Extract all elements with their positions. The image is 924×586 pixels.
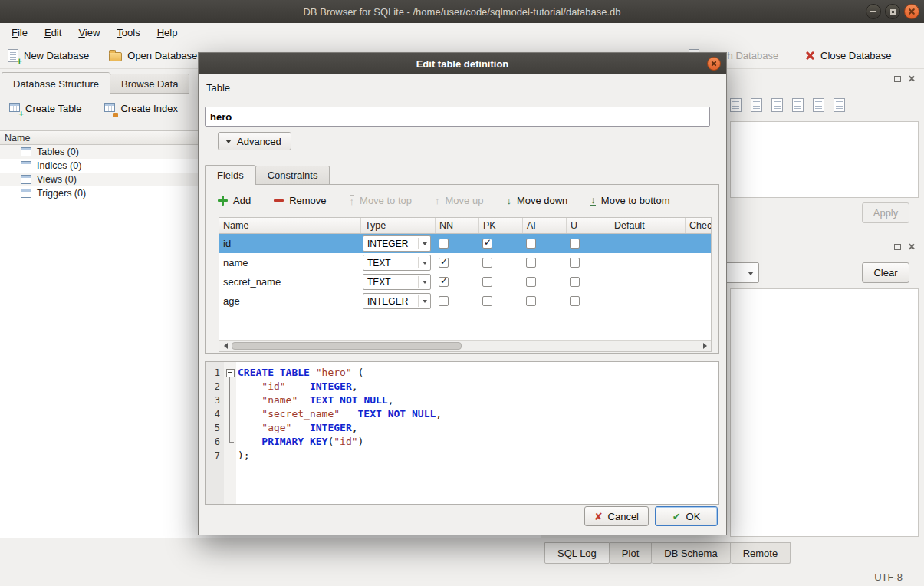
window-titlebar[interactable]: DB Browser for SQLite - /home/user/code/…: [0, 0, 924, 23]
column-header-name[interactable]: Name: [219, 218, 361, 233]
move-to-bottom-button[interactable]: Move to bottom: [590, 195, 669, 206]
type-combobox[interactable]: TEXT: [363, 255, 431, 271]
tab-database-structure[interactable]: Database Structure: [2, 72, 110, 94]
field-default-cell: [610, 272, 686, 291]
tree-item-label: Tables (0): [37, 146, 79, 157]
nn-checkbox[interactable]: [439, 258, 449, 268]
nn-checkbox[interactable]: [439, 239, 449, 249]
field-u-cell: [567, 272, 610, 291]
u-checkbox[interactable]: [570, 296, 580, 306]
column-header-type[interactable]: Type: [361, 218, 436, 233]
move-down-button[interactable]: Move down: [506, 195, 567, 206]
pk-checkbox[interactable]: [482, 239, 492, 249]
remove-button[interactable]: Remove: [274, 195, 326, 206]
dialog-close-button[interactable]: [707, 57, 721, 71]
fold-marker-icon[interactable]: [224, 366, 236, 380]
close-database-label: Close Database: [820, 50, 892, 61]
ai-checkbox[interactable]: [526, 258, 536, 268]
dialog-tab-constraints[interactable]: Constraints: [255, 166, 330, 185]
ai-checkbox[interactable]: [526, 239, 536, 249]
float-dock-icon[interactable]: [894, 244, 901, 250]
type-combobox[interactable]: INTEGER: [363, 293, 431, 309]
cell-editor-icon[interactable]: [813, 98, 824, 112]
field-ai-cell: [523, 291, 567, 311]
clear-button[interactable]: Clear: [862, 262, 909, 283]
create-index-button[interactable]: Create Index: [100, 100, 182, 117]
sql-line: 3 "name" TEXT NOT NULL,: [206, 393, 718, 407]
sql-token: INTEGER: [310, 422, 352, 433]
dialog-title: Edit table definition: [416, 58, 509, 70]
menu-item-edit[interactable]: Edit: [36, 23, 70, 43]
new-database-button[interactable]: New Database: [8, 49, 89, 62]
scroll-right-button[interactable]: [699, 341, 710, 351]
pk-checkbox[interactable]: [482, 296, 492, 306]
column-header-ai[interactable]: AI: [523, 218, 567, 233]
u-checkbox[interactable]: [570, 258, 580, 268]
u-checkbox[interactable]: [570, 239, 580, 249]
log-filter-combobox[interactable]: [724, 262, 759, 283]
close-window-button[interactable]: [904, 4, 919, 19]
sql-code: "age" INTEGER,: [236, 421, 358, 435]
field-row[interactable]: idINTEGER: [219, 234, 711, 253]
nn-checkbox[interactable]: [439, 296, 449, 306]
bottom-tab-db-schema[interactable]: DB Schema: [652, 542, 730, 564]
bottom-tab-plot[interactable]: Plot: [610, 542, 652, 564]
scroll-left-button[interactable]: [220, 341, 231, 351]
cell-editor-textarea[interactable]: [730, 121, 919, 198]
dialog-tab-fields[interactable]: Fields: [205, 165, 255, 185]
minimize-button[interactable]: [866, 4, 881, 19]
scrollbar-thumb[interactable]: [232, 342, 462, 350]
field-row[interactable]: nameTEXT: [219, 253, 711, 272]
menu-item-view[interactable]: View: [70, 23, 108, 43]
advanced-button[interactable]: Advanced: [218, 132, 291, 150]
column-header-default[interactable]: Default: [610, 218, 686, 233]
create-table-button[interactable]: + Create Table: [5, 100, 86, 117]
fields-table: NameTypeNNPKAIUDefaultCheck idINTEGERnam…: [219, 217, 712, 352]
column-header-u[interactable]: U: [567, 218, 610, 233]
cancel-button[interactable]: Cancel: [584, 506, 649, 526]
table-name-input[interactable]: [205, 107, 710, 127]
field-row[interactable]: ageINTEGER: [219, 291, 711, 311]
maximize-button[interactable]: [885, 4, 900, 19]
sql-log-area[interactable]: [730, 288, 919, 537]
float-dock-icon[interactable]: [894, 76, 901, 82]
sql-token: "id": [334, 436, 357, 447]
pk-checkbox[interactable]: [482, 258, 492, 268]
tab-browse-data[interactable]: Browse Data: [110, 74, 189, 94]
open-database-button[interactable]: Open Database: [109, 50, 197, 61]
pk-checkbox[interactable]: [482, 277, 492, 287]
menu-item-tools[interactable]: Tools: [108, 23, 148, 43]
cell-editor-icon[interactable]: [792, 98, 804, 112]
field-pk-cell: [479, 272, 523, 291]
u-checkbox[interactable]: [570, 277, 580, 287]
close-database-button[interactable]: Close Database: [805, 50, 892, 61]
field-row[interactable]: secret_nameTEXT: [219, 272, 711, 291]
ai-checkbox[interactable]: [526, 277, 536, 287]
horizontal-scrollbar[interactable]: [219, 340, 711, 351]
bottom-tab-sql-log[interactable]: SQL Log: [544, 542, 610, 564]
cell-editor-toolbar: [730, 98, 845, 112]
column-header-check[interactable]: Check: [686, 218, 712, 233]
nn-checkbox[interactable]: [439, 277, 449, 287]
cell-editor-icon[interactable]: [751, 98, 762, 112]
sql-token: "hero": [316, 367, 352, 378]
close-dock-icon[interactable]: [908, 75, 915, 82]
add-button[interactable]: Add: [218, 195, 251, 206]
bottom-tab-remote[interactable]: Remote: [731, 542, 791, 564]
field-pk-cell: [479, 253, 523, 272]
create-table-icon: +: [9, 103, 20, 114]
menu-item-help[interactable]: Help: [149, 23, 186, 43]
ok-button[interactable]: OK: [655, 506, 718, 526]
column-header-nn[interactable]: NN: [436, 218, 479, 233]
close-database-icon: [805, 51, 815, 61]
ai-checkbox[interactable]: [526, 296, 536, 306]
type-combobox[interactable]: INTEGER: [363, 235, 431, 252]
close-dock-icon[interactable]: [908, 243, 915, 250]
dialog-titlebar[interactable]: Edit table definition: [199, 53, 726, 74]
cell-editor-icon[interactable]: [771, 98, 783, 112]
column-header-pk[interactable]: PK: [479, 218, 523, 233]
type-combobox[interactable]: TEXT: [363, 274, 431, 290]
cell-editor-icon[interactable]: [834, 98, 845, 112]
cell-editor-icon[interactable]: [730, 98, 742, 112]
menu-item-file[interactable]: File: [3, 23, 36, 43]
